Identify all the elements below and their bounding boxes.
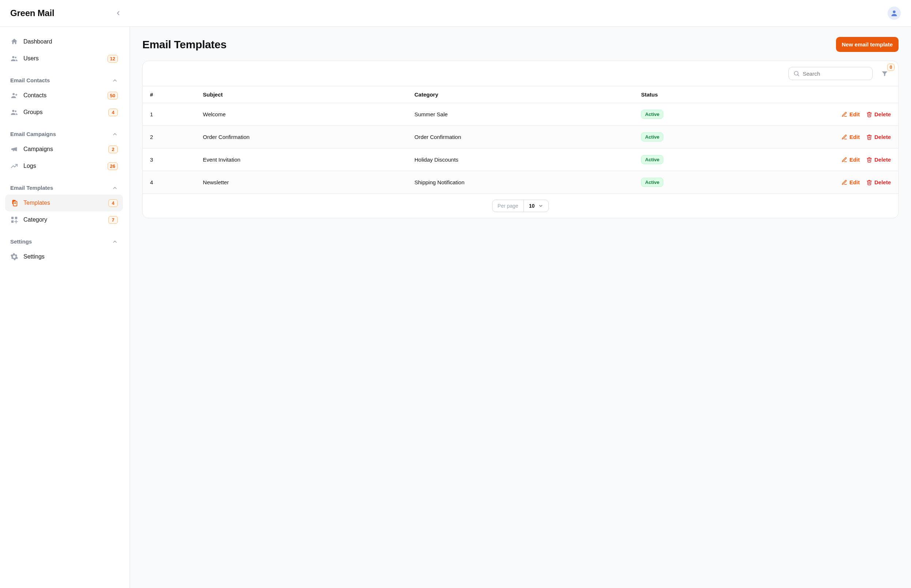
sidebar-item-templates[interactable]: Templates 4 bbox=[5, 195, 123, 212]
status-badge: Active bbox=[641, 155, 663, 164]
svg-rect-12 bbox=[11, 221, 13, 223]
sidebar-collapse-button[interactable] bbox=[113, 8, 124, 19]
cell-number: 2 bbox=[143, 126, 196, 149]
svg-rect-11 bbox=[15, 217, 17, 219]
sidebar-heading-settings[interactable]: Settings bbox=[5, 235, 123, 248]
svg-point-3 bbox=[13, 93, 15, 95]
sidebar-item-label: Contacts bbox=[23, 92, 47, 99]
sidebar-heading-contacts[interactable]: Email Contacts bbox=[5, 73, 123, 87]
grid-add-icon bbox=[10, 216, 18, 224]
search-input-wrapper[interactable] bbox=[788, 67, 872, 80]
sidebar-item-label: Settings bbox=[23, 254, 45, 260]
count-badge: 26 bbox=[108, 162, 118, 170]
sidebar-item-label: Dashboard bbox=[23, 39, 52, 45]
sidebar-heading-label: Email Templates bbox=[10, 185, 53, 191]
edit-icon bbox=[841, 134, 847, 140]
delete-button[interactable]: Delete bbox=[866, 111, 891, 117]
chevron-up-icon bbox=[112, 239, 118, 245]
count-badge: 7 bbox=[108, 216, 118, 224]
table-row: 2Order ConfirmationOrder ConfirmationAct… bbox=[143, 126, 898, 149]
sidebar-heading-label: Settings bbox=[10, 238, 32, 245]
sidebar-item-groups[interactable]: Groups 4 bbox=[5, 104, 123, 121]
cell-subject: Order Confirmation bbox=[196, 126, 407, 149]
delete-button[interactable]: Delete bbox=[866, 134, 891, 140]
sidebar-item-contacts[interactable]: Contacts 50 bbox=[5, 87, 123, 104]
status-badge: Active bbox=[641, 132, 663, 142]
per-page-select[interactable]: 10 bbox=[524, 200, 549, 212]
sidebar-item-campaigns[interactable]: Campaigns 2 bbox=[5, 141, 123, 158]
edit-label: Edit bbox=[850, 157, 860, 163]
brand: Green Mail bbox=[10, 8, 54, 18]
count-badge: 12 bbox=[108, 55, 118, 63]
sidebar-item-label: Category bbox=[23, 216, 47, 223]
cell-status: Active bbox=[634, 171, 747, 194]
cell-category: Holiday Discounts bbox=[407, 149, 634, 171]
main-content: Email Templates New email template bbox=[130, 27, 911, 588]
count-badge: 2 bbox=[108, 145, 118, 153]
edit-icon bbox=[841, 157, 847, 163]
count-badge: 4 bbox=[108, 199, 118, 207]
sidebar-item-label: Groups bbox=[23, 109, 42, 116]
edit-label: Edit bbox=[850, 179, 860, 186]
svg-rect-10 bbox=[11, 217, 13, 219]
megaphone-icon bbox=[10, 145, 18, 153]
sidebar-heading-templates[interactable]: Email Templates bbox=[5, 181, 123, 195]
edit-icon bbox=[841, 111, 847, 117]
edit-icon bbox=[841, 179, 847, 186]
column-header-actions bbox=[747, 86, 898, 103]
sidebar-item-dashboard[interactable]: Dashboard bbox=[5, 33, 123, 50]
sidebar-item-label: Templates bbox=[23, 200, 50, 206]
column-header-number: # bbox=[143, 86, 196, 103]
edit-button[interactable]: Edit bbox=[841, 179, 860, 186]
chevron-up-icon bbox=[112, 131, 118, 137]
column-header-category: Category bbox=[407, 86, 634, 103]
new-email-template-button[interactable]: New email template bbox=[836, 37, 898, 52]
chevron-down-icon bbox=[538, 203, 543, 208]
count-badge: 4 bbox=[108, 108, 118, 116]
delete-button[interactable]: Delete bbox=[866, 179, 891, 186]
sidebar-heading-campaigns[interactable]: Email Campaigns bbox=[5, 127, 123, 141]
user-icon bbox=[890, 9, 898, 17]
avatar[interactable] bbox=[888, 6, 901, 20]
table-row: 3Event InvitationHoliday DiscountsActive… bbox=[143, 149, 898, 171]
cell-category: Shipping Notification bbox=[407, 171, 634, 194]
page-title: Email Templates bbox=[142, 39, 227, 51]
edit-button[interactable]: Edit bbox=[841, 157, 860, 163]
table-row: 1WelcomeSummer SaleActiveEditDelete bbox=[143, 103, 898, 126]
chevron-up-icon bbox=[112, 185, 118, 191]
delete-button[interactable]: Delete bbox=[866, 157, 891, 163]
cell-subject: Event Invitation bbox=[196, 149, 407, 171]
cell-status: Active bbox=[634, 149, 747, 171]
cell-number: 4 bbox=[143, 171, 196, 194]
filter-icon bbox=[881, 70, 888, 77]
document-copy-icon bbox=[10, 199, 18, 207]
sidebar-item-settings[interactable]: Settings bbox=[5, 248, 123, 265]
search-input[interactable] bbox=[803, 71, 868, 77]
user-plus-icon bbox=[10, 91, 18, 99]
sidebar-item-logs[interactable]: Logs 26 bbox=[5, 158, 123, 174]
sidebar-item-label: Logs bbox=[23, 163, 36, 169]
sidebar-item-users[interactable]: Users 12 bbox=[5, 50, 123, 67]
delete-label: Delete bbox=[874, 179, 891, 186]
svg-point-4 bbox=[12, 110, 14, 112]
cell-subject: Welcome bbox=[196, 103, 407, 126]
per-page-label: Per page bbox=[492, 200, 524, 212]
trash-icon bbox=[866, 157, 872, 163]
cell-category: Order Confirmation bbox=[407, 126, 634, 149]
home-icon bbox=[10, 38, 18, 46]
delete-label: Delete bbox=[874, 134, 891, 140]
per-page-value: 10 bbox=[529, 203, 535, 209]
svg-point-2 bbox=[15, 57, 16, 58]
chevron-left-icon bbox=[115, 10, 121, 16]
delete-label: Delete bbox=[874, 111, 891, 117]
edit-button[interactable]: Edit bbox=[841, 134, 860, 140]
edit-button[interactable]: Edit bbox=[841, 111, 860, 117]
sidebar: Dashboard Users 12 Email Contacts bbox=[0, 27, 130, 588]
status-badge: Active bbox=[641, 178, 663, 187]
sidebar-heading-label: Email Campaigns bbox=[10, 131, 56, 137]
users-icon bbox=[10, 108, 18, 116]
sidebar-item-category[interactable]: Category 7 bbox=[5, 212, 123, 228]
table-row: 4NewsletterShipping NotificationActiveEd… bbox=[143, 171, 898, 194]
svg-line-14 bbox=[798, 74, 799, 76]
svg-point-0 bbox=[893, 11, 895, 13]
